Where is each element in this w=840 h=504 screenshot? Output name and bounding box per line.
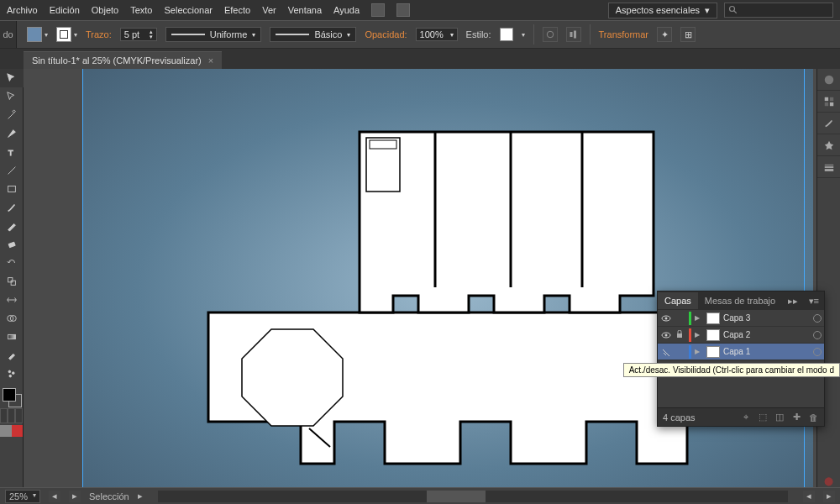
layer-name[interactable]: Capa 3 [723, 313, 810, 323]
guide-left[interactable] [82, 69, 83, 487]
gradient-tool[interactable] [0, 328, 24, 346]
stroke-dash-dropdown[interactable]: Uniforme▾ [165, 27, 262, 42]
shape-builder-tool[interactable] [0, 309, 24, 328]
isolate-icon[interactable]: ✦ [657, 27, 672, 42]
chevron-right-icon[interactable]: ▸ [138, 491, 143, 501]
align-icon[interactable] [566, 27, 581, 42]
menu-objeto[interactable]: Objeto [92, 5, 118, 15]
svg-point-36 [665, 333, 668, 336]
menu-ayuda[interactable]: Ayuda [333, 5, 360, 15]
opacity-input[interactable]: 100%▾ [416, 28, 458, 41]
svg-point-14 [8, 370, 11, 373]
stroke-weight-input[interactable]: 5 pt▴▾ [120, 28, 157, 41]
layer-row[interactable]: ▶ Capa 3 [658, 310, 824, 327]
visibility-toggle[interactable] [660, 346, 672, 358]
menu-texto[interactable]: Texto [130, 5, 152, 15]
tab-title: Sin título-1* al 25% (CMYK/Previsualizar… [32, 55, 202, 66]
layer-row[interactable]: ▶ Capa 1 [658, 344, 824, 360]
rotate-tool[interactable] [0, 254, 24, 272]
svg-point-34 [665, 317, 668, 319]
width-tool[interactable] [0, 291, 24, 309]
artboard-next-icon[interactable]: ▸ [69, 491, 81, 502]
search-input[interactable] [724, 3, 833, 18]
menu-archivo[interactable]: Archivo [7, 5, 38, 15]
artboard-prev-icon[interactable]: ◂ [49, 491, 60, 502]
fill-swatch[interactable] [27, 27, 42, 42]
scroll-left-icon[interactable]: ◂ [803, 491, 815, 502]
tab-capas[interactable]: Capas [658, 292, 698, 309]
target-icon[interactable] [813, 331, 822, 339]
color-panel-button[interactable] [817, 69, 840, 91]
locate-icon[interactable]: ⌖ [740, 412, 752, 423]
svg-marker-23 [242, 329, 343, 426]
svg-line-1 [734, 11, 737, 13]
screen-mode[interactable] [0, 425, 23, 437]
horizontal-scrollbar[interactable] [158, 491, 788, 502]
lock-toggle[interactable] [675, 330, 685, 340]
eraser-tool[interactable] [0, 235, 24, 254]
rectangle-tool[interactable] [0, 180, 24, 198]
pen-tool[interactable] [0, 124, 24, 143]
type-tool[interactable]: T [0, 143, 24, 161]
opacity-label[interactable]: Opacidad: [365, 29, 407, 39]
layer-name[interactable]: Capa 1 [723, 347, 810, 356]
magic-wand-tool[interactable] [0, 106, 24, 124]
control-left-toggle[interactable]: do [0, 21, 17, 48]
new-sublayer-icon[interactable]: ◫ [774, 412, 785, 423]
fill-stroke-selector[interactable] [0, 386, 23, 408]
swatches-panel-button[interactable] [817, 91, 840, 113]
visibility-toggle[interactable] [660, 312, 672, 324]
expand-icon[interactable]: ▶ [695, 331, 703, 339]
menu-edicion[interactable]: Edición [50, 5, 80, 15]
brush-tool[interactable] [0, 198, 24, 217]
menu-seleccionar[interactable]: Seleccionar [164, 5, 212, 15]
edit-icon[interactable]: ⊞ [680, 27, 696, 42]
scrollbar-thumb[interactable] [427, 491, 486, 502]
visibility-toggle[interactable] [660, 329, 672, 341]
menu-ventana[interactable]: Ventana [288, 5, 322, 15]
zoom-dropdown[interactable]: 25%▾ [5, 490, 40, 503]
layer-name[interactable]: Capa 2 [723, 330, 810, 339]
stroke-swatch[interactable] [56, 27, 71, 42]
layer-count: 4 capas [663, 412, 696, 423]
direct-selection-tool[interactable] [0, 87, 24, 106]
panel-menu-icon[interactable]: ▾≡ [804, 296, 824, 307]
svg-rect-9 [8, 278, 13, 282]
scroll-right-icon[interactable]: ▸ [823, 491, 835, 502]
new-layer-icon[interactable]: ✚ [790, 412, 802, 423]
svg-rect-8 [8, 242, 15, 248]
brushes-panel-button[interactable] [817, 113, 840, 134]
document-tab[interactable]: Sin título-1* al 25% (CMYK/Previsualizar… [24, 51, 222, 69]
bridge-icon[interactable] [371, 3, 385, 17]
symbol-sprayer-tool[interactable] [0, 365, 24, 383]
menu-efecto[interactable]: Efecto [224, 5, 250, 15]
pencil-tool[interactable] [0, 217, 24, 235]
style-swatch[interactable] [500, 28, 513, 41]
make-clip-icon[interactable]: ⬚ [757, 412, 769, 423]
delete-layer-icon[interactable]: 🗑 [807, 412, 819, 423]
target-icon[interactable] [813, 348, 822, 356]
expand-icon[interactable]: ▶ [695, 314, 703, 322]
arrange-icon[interactable] [396, 3, 410, 17]
line-tool[interactable] [0, 161, 24, 180]
symbols-panel-button[interactable] [817, 134, 840, 156]
recolor-icon[interactable] [543, 27, 558, 42]
workspace-dropdown[interactable]: Aspectos esenciales▾ [608, 3, 717, 18]
stroke-profile-dropdown[interactable]: Básico▾ [270, 27, 356, 42]
draw-mode[interactable] [0, 408, 23, 423]
expand-icon[interactable]: ▶ [695, 348, 703, 355]
eyedropper-tool[interactable] [0, 346, 24, 365]
stroke-label[interactable]: Trazo: [86, 29, 112, 39]
target-icon[interactable] [813, 314, 822, 323]
menu-ver[interactable]: Ver [262, 5, 276, 15]
panel-collapse-icon[interactable]: ▸▸ [783, 296, 803, 307]
scale-tool[interactable] [0, 272, 24, 291]
selection-tool[interactable] [0, 69, 24, 87]
tab-mesas[interactable]: Mesas de trabajo [698, 292, 782, 309]
foreground-color[interactable] [3, 388, 16, 402]
transform-label[interactable]: Transformar [599, 29, 649, 39]
close-icon[interactable]: × [208, 55, 213, 66]
svg-point-15 [12, 372, 14, 375]
stroke-panel-button[interactable] [817, 156, 840, 178]
layer-row[interactable]: ▶ Capa 2 [658, 327, 824, 344]
